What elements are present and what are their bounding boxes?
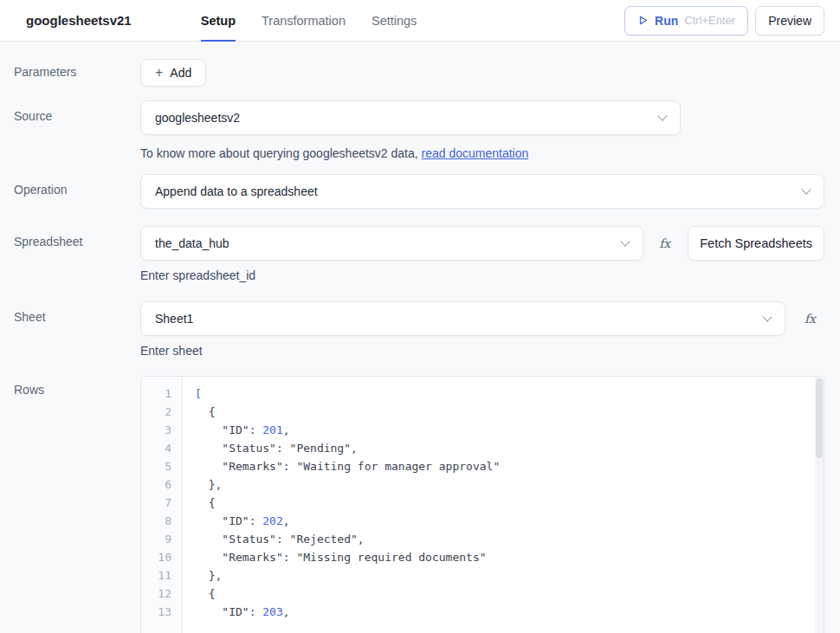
rows-row: Rows 12345678910111213 [ { "ID": 201, "S… (14, 376, 824, 633)
code-line: "Status": "Pending", (195, 439, 811, 457)
header-actions: Run Ctrl+Enter Preview (624, 6, 824, 36)
code-line: { (195, 403, 811, 421)
rows-code-editor[interactable]: 12345678910111213 [ { "ID": 201, "Status… (140, 376, 824, 633)
preview-button-label: Preview (768, 14, 811, 28)
code-line: "Remarks": "Waiting for manager approval… (195, 457, 811, 475)
sheet-row: Sheet Sheet1 fx Enter sheet (14, 301, 824, 358)
line-number: 12 (141, 585, 171, 603)
sheet-select-value: Sheet1 (155, 312, 193, 326)
line-number: 13 (141, 603, 171, 621)
operation-row: Operation Append data to a spreadsheet (14, 174, 824, 209)
operation-label: Operation (14, 174, 140, 209)
plus-icon: + (155, 66, 163, 80)
spreadsheet-label: Spreadsheet (14, 226, 140, 282)
code-line: "Remarks": "Missing required documents" (195, 548, 811, 566)
fx-toggle-icon[interactable]: fx (654, 236, 675, 250)
fetch-spreadsheets-button[interactable]: Fetch Spreadsheets (688, 226, 824, 261)
fetch-spreadsheets-label: Fetch Spreadsheets (700, 236, 812, 250)
editor-scrollbar[interactable] (815, 377, 824, 633)
tab-setup[interactable]: Setup (201, 0, 236, 42)
code-line: "ID": 203, (195, 603, 811, 621)
run-button-label: Run (655, 14, 678, 28)
editor-code[interactable]: [ { "ID": 201, "Status": "Pending", "Rem… (183, 377, 824, 633)
tab-settings[interactable]: Settings (372, 0, 417, 42)
play-icon (637, 15, 649, 26)
query-name[interactable]: googlesheetsv21 (26, 13, 132, 28)
line-number: 11 (141, 566, 171, 585)
line-number: 2 (141, 403, 171, 421)
rows-label: Rows (14, 376, 140, 633)
run-shortcut-hint: Ctrl+Enter (684, 14, 735, 27)
editor-gutter: 12345678910111213 (141, 377, 183, 633)
add-parameter-label: Add (170, 66, 191, 80)
source-label: Source (14, 100, 140, 160)
spreadsheet-select[interactable]: the_data_hub (140, 226, 643, 261)
parameters-row: Parameters + Add (14, 59, 824, 87)
spreadsheet-row: Spreadsheet the_data_hub fx Fetch Spread… (14, 226, 824, 282)
query-setup-form: Parameters + Add Source googlesheetsv2 T… (0, 42, 840, 633)
line-number: 5 (141, 457, 171, 475)
code-line: { (195, 494, 811, 512)
code-line: }, (195, 566, 811, 585)
code-line: "Status": "Rejected", (195, 530, 811, 548)
parameters-label: Parameters (14, 59, 140, 87)
code-line: [ (195, 384, 811, 403)
source-select-value: googlesheetsv2 (155, 111, 240, 125)
code-line: { (195, 585, 811, 603)
read-documentation-link[interactable]: read documentation (422, 146, 529, 160)
code-line: }, (195, 475, 811, 494)
chevron-down-icon (801, 184, 811, 194)
line-number: 7 (141, 494, 171, 512)
source-help-text: To know more about querying googlesheets… (140, 146, 824, 160)
code-line: "ID": 202, (195, 512, 811, 530)
spreadsheet-help-text: Enter spreadsheet_id (140, 268, 824, 282)
chevron-down-icon (620, 236, 630, 246)
fx-toggle-icon[interactable]: fx (799, 312, 821, 326)
editor-scrollbar-thumb[interactable] (816, 378, 823, 458)
line-number: 4 (141, 439, 171, 457)
line-number: 3 (141, 421, 171, 439)
chevron-down-icon (762, 312, 772, 321)
spreadsheet-select-value: the_data_hub (155, 236, 229, 250)
sheet-label: Sheet (14, 301, 140, 358)
chevron-down-icon (657, 111, 667, 120)
source-select[interactable]: googlesheetsv2 (140, 100, 681, 135)
line-number: 9 (141, 530, 171, 548)
run-button[interactable]: Run Ctrl+Enter (624, 6, 748, 36)
operation-select-value: Append data to a spreadsheet (155, 184, 318, 198)
line-number: 8 (141, 512, 171, 530)
line-number: 6 (141, 475, 171, 494)
code-line: "ID": 201, (195, 421, 811, 439)
sheet-help-text: Enter sheet (140, 344, 824, 358)
preview-button[interactable]: Preview (755, 6, 824, 36)
line-number: 1 (141, 384, 171, 403)
source-row: Source googlesheetsv2 To know more about… (14, 100, 824, 160)
line-number: 10 (141, 548, 171, 566)
sheet-select[interactable]: Sheet1 (140, 301, 785, 336)
operation-select[interactable]: Append data to a spreadsheet (140, 174, 824, 209)
add-parameter-button[interactable]: + Add (140, 59, 206, 87)
query-editor-header: googlesheetsv21 Setup Transformation Set… (0, 0, 840, 42)
query-editor-tabs: Setup Transformation Settings (201, 0, 417, 42)
tab-transformation[interactable]: Transformation (262, 0, 346, 42)
